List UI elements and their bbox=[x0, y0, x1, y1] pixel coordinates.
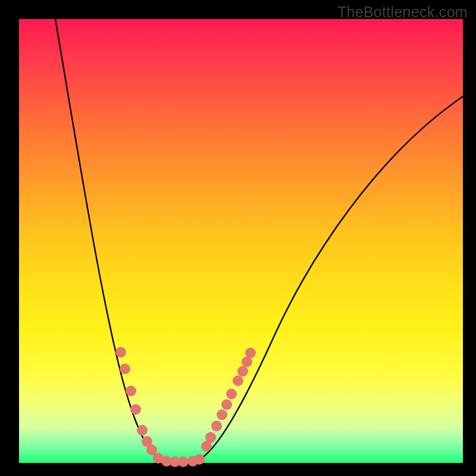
dots-right-group bbox=[178, 347, 256, 467]
curve-dot bbox=[245, 347, 256, 358]
curve-dot bbox=[146, 444, 157, 455]
curve-dot bbox=[217, 409, 227, 420]
curve-dot bbox=[115, 347, 126, 358]
attribution-text: TheBottleneck.com bbox=[337, 4, 468, 21]
curve-dot bbox=[137, 425, 148, 436]
curve-dot bbox=[130, 404, 141, 415]
curve-dot bbox=[226, 389, 237, 399]
curve-dot bbox=[126, 386, 136, 396]
curve-dot bbox=[233, 375, 243, 386]
curve-dot bbox=[211, 421, 222, 431]
curve-dot bbox=[237, 366, 248, 377]
curve-dot bbox=[178, 456, 189, 467]
curve-dot bbox=[205, 432, 216, 443]
plot-area bbox=[19, 19, 463, 463]
curve-svg bbox=[19, 19, 463, 463]
left-curve bbox=[55, 19, 182, 462]
curve-dot bbox=[221, 399, 232, 410]
curve-dot bbox=[194, 454, 205, 465]
dots-left-group bbox=[115, 347, 180, 467]
chart-stage: TheBottleneck.com bbox=[0, 0, 476, 476]
curve-dot bbox=[120, 364, 130, 374]
